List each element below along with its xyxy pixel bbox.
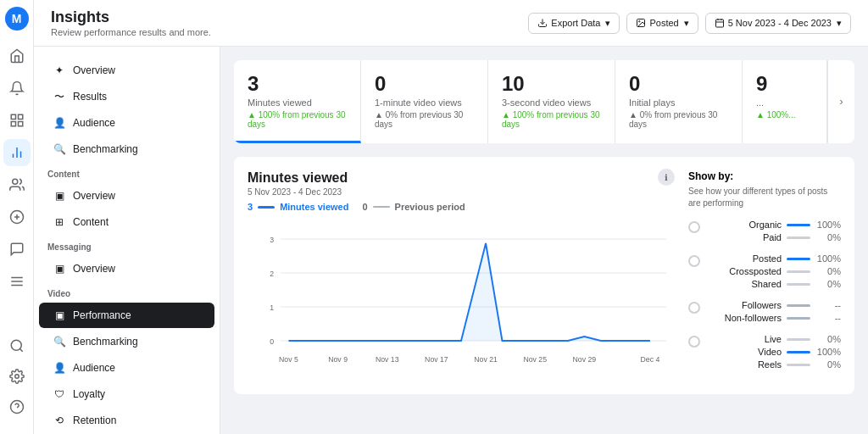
nav-loyalty[interactable]: 🛡 Loyalty	[39, 381, 214, 407]
overview-icon: ✦	[53, 64, 66, 77]
legend-prev-line	[373, 206, 390, 208]
nav-overview-label: Overview	[73, 64, 115, 76]
show-by-panel: Show by: See how your different types of…	[688, 170, 841, 381]
stats-row: 3 Minutes viewed ▲ 100% from previous 30…	[234, 60, 854, 143]
benchmarking-icon: 🔍	[53, 142, 66, 156]
chart-main: Minutes viewed 5 Nov 2023 - 4 Dec 2023 ℹ…	[248, 170, 675, 381]
live-line	[787, 338, 810, 341]
audience-icon: 👤	[53, 116, 66, 130]
show-by-row-organic: Organic 100%	[705, 220, 841, 230]
svg-point-16	[14, 375, 19, 379]
nav-retention[interactable]: ⟲ Retention	[39, 408, 214, 433]
sidebar-monetize-icon[interactable]	[3, 203, 31, 231]
stat-change-1min: ▲ 0% from previous 30 days	[375, 110, 474, 129]
reels-label: Reels	[705, 359, 782, 370]
header-actions: Export Data ▾ Posted ▾ 5 Nov 2023 - 4 De…	[528, 13, 851, 34]
sidebar-gear-icon[interactable]	[3, 363, 31, 390]
svg-text:Nov 29: Nov 29	[573, 355, 597, 364]
chart-legend: 3 Minutes viewed 0 Previous period	[248, 202, 675, 212]
sidebar-pages-icon[interactable]	[3, 107, 31, 134]
results-icon: 〜	[53, 90, 66, 103]
stats-next-button[interactable]: ›	[827, 60, 854, 143]
nav-performance-label: Performance	[73, 309, 131, 321]
video-label: Video	[705, 347, 782, 357]
sidebar-help-icon[interactable]	[3, 393, 31, 420]
nav-video-audience[interactable]: 👤 Audience	[39, 355, 214, 381]
svg-text:Nov 21: Nov 21	[474, 355, 498, 364]
show-by-row-crossposted: Crossposted 0%	[705, 266, 841, 276]
sidebar-menu-icon[interactable]	[3, 268, 31, 295]
radio-posted[interactable]	[688, 255, 700, 267]
posted-caret-icon: ▾	[684, 18, 689, 29]
stat-1min-views[interactable]: 0 1-minute video views ▲ 0% from previou…	[361, 60, 488, 143]
paid-line	[787, 236, 810, 239]
nav-overview[interactable]: ✦ Overview	[39, 58, 214, 83]
stat-initial-plays[interactable]: 0 Initial plays ▲ 0% from previous 30 da…	[615, 60, 743, 143]
stat-partial[interactable]: 9 ... ▲ 100%...	[743, 60, 827, 143]
legend-current-line	[258, 206, 275, 209]
show-by-group-followers: Followers -- Non-followers --	[688, 300, 841, 326]
radio-live[interactable]	[688, 336, 700, 348]
left-navigation: ✦ Overview 〜 Results 👤 Audience 🔍 Benchm…	[34, 47, 220, 434]
legend-current: 3 Minutes viewed	[248, 202, 348, 212]
nav-content-overview-label: Overview	[73, 190, 115, 202]
stat-3sec-views[interactable]: 10 3-second video views ▲ 100% from prev…	[488, 60, 615, 143]
show-by-group-live: Live 0% Video 100% Ree	[688, 334, 841, 372]
radio-followers[interactable]	[688, 302, 700, 314]
chart-svg: 3 2 1 0 Nov 5 Nov 9 Nov 13 Nov 17 Nov 21…	[248, 222, 675, 375]
nav-results[interactable]: 〜 Results	[39, 84, 214, 109]
export-data-button[interactable]: Export Data ▾	[528, 13, 620, 34]
show-by-row-nonfollowers: Non-followers --	[705, 313, 841, 323]
chart-date: 5 Nov 2023 - 4 Dec 2023	[248, 187, 348, 197]
svg-text:Nov 25: Nov 25	[523, 355, 547, 364]
show-by-row-posted: Posted 100%	[705, 253, 841, 264]
retention-icon: ⟲	[53, 414, 66, 427]
nav-video-audience-label: Audience	[73, 362, 115, 374]
radio-organic[interactable]	[688, 221, 700, 233]
messaging-icon: ▣	[53, 262, 66, 275]
nav-performance[interactable]: ▣ Performance	[39, 303, 214, 328]
svg-text:Nov 5: Nov 5	[279, 355, 298, 364]
crossposted-label: Crossposted	[705, 266, 782, 276]
reels-line	[787, 364, 810, 366]
stat-label-partial: ...	[756, 97, 813, 108]
nav-audience[interactable]: 👤 Audience	[39, 110, 214, 136]
legend-prev-label: Previous period	[395, 202, 465, 212]
nav-content-label: Content	[73, 216, 108, 228]
organic-line	[787, 224, 810, 226]
sidebar-people-icon[interactable]	[3, 171, 31, 198]
show-by-row-paid: Paid 0%	[705, 232, 841, 242]
show-by-title: Show by:	[688, 170, 841, 182]
nav-benchmarking[interactable]: 🔍 Benchmarking	[39, 136, 214, 162]
posted-button[interactable]: Posted ▾	[626, 13, 698, 34]
sidebar-home-icon[interactable]	[3, 42, 31, 70]
live-pct: 0%	[815, 334, 841, 344]
nav-content-overview[interactable]: ▣ Overview	[39, 183, 214, 209]
nav-benchmarking-label: Benchmarking	[73, 143, 138, 155]
sidebar-bell-icon[interactable]	[3, 75, 31, 102]
loyalty-icon: 🛡	[53, 387, 66, 401]
stat-value-3sec: 10	[502, 72, 601, 96]
nav-content[interactable]: ⊞ Content	[39, 209, 214, 235]
date-range-button[interactable]: 5 Nov 2023 - 4 Dec 2023 ▾	[705, 13, 851, 34]
organic-label: Organic	[705, 220, 782, 230]
sidebar-insights-icon[interactable]	[3, 139, 31, 166]
stat-change-partial: ▲ 100%...	[756, 110, 813, 120]
paid-label: Paid	[705, 232, 782, 242]
crossposted-line	[787, 270, 810, 273]
nav-messaging-overview[interactable]: ▣ Overview	[39, 256, 214, 281]
stat-value-initial: 0	[629, 72, 728, 96]
sidebar-inbox-icon[interactable]	[3, 236, 31, 263]
video-section-label: Video	[34, 282, 220, 302]
chart-info-button[interactable]: ℹ	[658, 169, 675, 186]
nav-video-benchmarking-label: Benchmarking	[73, 336, 138, 348]
sidebar-search-icon[interactable]	[3, 332, 31, 359]
export-icon	[537, 18, 548, 28]
show-by-description: See how your different types of posts ar…	[688, 186, 841, 209]
content-icon: ⊞	[53, 215, 66, 229]
svg-rect-22	[715, 19, 723, 27]
stat-minutes-viewed[interactable]: 3 Minutes viewed ▲ 100% from previous 30…	[234, 60, 361, 143]
svg-text:3: 3	[270, 236, 274, 244]
nav-video-benchmarking[interactable]: 🔍 Benchmarking	[39, 329, 214, 354]
svg-text:Nov 17: Nov 17	[425, 355, 448, 364]
